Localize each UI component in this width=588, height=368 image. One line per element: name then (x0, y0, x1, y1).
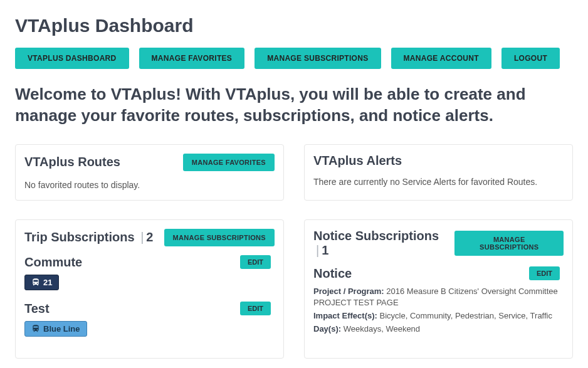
notice-days-value: Weekdays, Weekend (344, 324, 420, 334)
notice-subscriptions-title-text: Notice Subscriptions (313, 229, 439, 243)
alerts-card: VTAplus Alerts There are currently no Se… (304, 144, 573, 201)
trip-subscriptions-title-text: Trip Subscriptions (24, 230, 135, 244)
trip-subscriptions-list[interactable]: Commute EDIT 21 Test EDIT (24, 255, 275, 348)
nav-logout-button[interactable]: LOGOUT (501, 48, 560, 69)
page-title: VTAplus Dashboard (15, 15, 573, 36)
edit-trip-subscription-button[interactable]: EDIT (240, 255, 271, 269)
route-pill-label: 21 (43, 278, 52, 287)
separator: | (313, 243, 322, 257)
nav-subscriptions-button[interactable]: MANAGE SUBSCRIPTIONS (255, 48, 381, 69)
trip-subscription-item: Commute EDIT 21 (24, 255, 271, 290)
notice-project-field: Project / Program: 2016 Measure B Citize… (313, 286, 560, 310)
notice-subscriptions-count: 1 (322, 243, 328, 257)
notice-subscriptions-list[interactable]: Notice EDIT Project / Program: 2016 Meas… (313, 266, 564, 347)
routes-card-title: VTAplus Routes (24, 155, 120, 169)
trip-subscriptions-card: Trip Subscriptions |2 MANAGE SUBSCRIPTIO… (15, 219, 284, 359)
notice-project-label: Project / Program: (313, 287, 384, 296)
notice-subscription-name: Notice (313, 266, 352, 281)
trip-subscriptions-title: Trip Subscriptions |2 (24, 230, 153, 244)
routes-empty-text: No favorited routes to display. (24, 180, 275, 190)
nav-favorites-button[interactable]: MANAGE FAVORITES (139, 48, 245, 69)
trip-subscriptions-count: 2 (146, 230, 153, 244)
bus-icon (31, 278, 40, 287)
rail-icon (31, 324, 40, 333)
notice-manage-subscriptions-button[interactable]: MANAGE SUBSCRIPTIONS (454, 231, 564, 256)
edit-trip-subscription-button[interactable]: EDIT (240, 302, 271, 315)
top-nav: VTAPLUS DASHBOARD MANAGE FAVORITES MANAG… (15, 48, 573, 69)
notice-impact-label: Impact Effect(s): (313, 311, 377, 320)
nav-account-button[interactable]: MANAGE ACCOUNT (391, 48, 491, 69)
route-pill[interactable]: 21 (24, 275, 59, 290)
trip-subscription-item: Test EDIT Blue Line (24, 302, 271, 337)
trip-subscription-name: Commute (24, 255, 82, 270)
route-pill[interactable]: Blue Line (24, 321, 87, 337)
notice-days-field: Day(s): Weekdays, Weekend (313, 323, 560, 335)
separator: | (138, 230, 146, 244)
nav-dashboard-button[interactable]: VTAPLUS DASHBOARD (15, 48, 129, 69)
alerts-empty-text: There are currently no Service Alerts fo… (313, 177, 564, 187)
notice-subscription-item: Notice EDIT Project / Program: 2016 Meas… (313, 266, 560, 335)
trip-subscription-name: Test (24, 302, 50, 316)
notice-subscriptions-card: Notice Subscriptions |1 MANAGE SUBSCRIPT… (304, 219, 573, 359)
welcome-text: Welcome to VTAplus! With VTAplus, you wi… (15, 84, 573, 127)
notice-subscriptions-title: Notice Subscriptions |1 (313, 229, 454, 258)
alerts-card-title: VTAplus Alerts (313, 154, 402, 168)
notice-impact-field: Impact Effect(s): Bicycle, Community, Pe… (313, 310, 560, 322)
trip-manage-subscriptions-button[interactable]: MANAGE SUBSCRIPTIONS (164, 229, 275, 246)
notice-days-label: Day(s): (313, 324, 341, 334)
notice-impact-value: Bicycle, Community, Pedestrian, Service,… (379, 311, 552, 320)
routes-manage-favorites-button[interactable]: MANAGE FAVORITES (183, 154, 275, 171)
route-pill-label: Blue Line (43, 324, 80, 334)
routes-card: VTAplus Routes MANAGE FAVORITES No favor… (15, 144, 284, 201)
edit-notice-subscription-button[interactable]: EDIT (529, 266, 560, 280)
